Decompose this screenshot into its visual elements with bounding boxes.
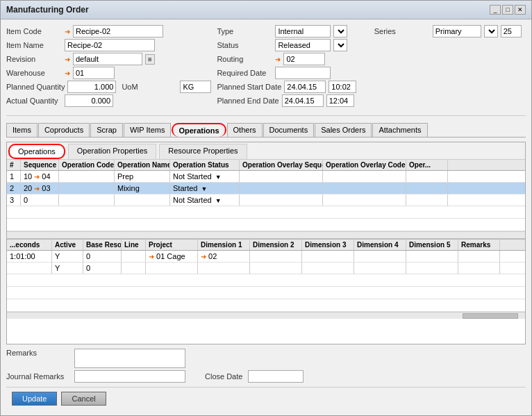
res-row-1-line: [122, 251, 146, 262]
series-num-input[interactable]: [501, 25, 522, 38]
form-col-2: Type ▼ Status ▼ Routing ➜ Required Date: [217, 25, 368, 108]
op-row-2[interactable]: 2 20 ➜ 03 Mixing Started ▼: [7, 183, 525, 194]
col-header-dim5: Dimension 5: [406, 240, 458, 250]
op-row-3[interactable]: 3 0 Not Started ▼: [7, 194, 525, 206]
planned-start-time-input[interactable]: [329, 81, 356, 93]
col-header-dim2: Dimension 2: [250, 240, 302, 250]
res-row-1-project: ➜ 01 Cage: [146, 251, 198, 262]
revision-icon[interactable]: ≡: [145, 54, 155, 65]
col-header-num: #: [7, 160, 21, 170]
required-date-label: Required Date: [217, 69, 272, 77]
tab-attachments[interactable]: Attachments: [372, 123, 427, 137]
separator-1: [6, 115, 526, 116]
tab-others[interactable]: Others: [227, 123, 263, 137]
type-input[interactable]: [275, 25, 331, 38]
outer-tabs-bar: Items Coproducts Scrap WIP Items Operati…: [6, 123, 526, 138]
res-row-2[interactable]: Y 0: [7, 263, 525, 274]
close-date-input[interactable]: [248, 370, 304, 383]
routing-row: Routing ➜: [217, 53, 368, 65]
series-row: Series ▼: [374, 25, 526, 38]
revision-input[interactable]: [73, 53, 142, 65]
op-row-1-overlay-seq: [240, 171, 323, 182]
planned-start-label: Planned Start Date: [217, 83, 281, 91]
op-row-3-code: [59, 194, 115, 206]
col-header-opstatus: Operation Status: [170, 160, 240, 170]
status-select[interactable]: ▼: [333, 39, 347, 51]
res-row-1[interactable]: 1:01:00 Y 0 ➜ 01 Cage ➜ 02: [7, 251, 525, 263]
warehouse-row: Warehouse ➜: [6, 67, 211, 79]
status-label: Status: [217, 41, 272, 49]
warehouse-arrow-icon: ➜: [65, 69, 70, 77]
res-row-2-remarks: [458, 263, 500, 274]
planned-qty-input[interactable]: [67, 81, 116, 93]
remarks-row: Remarks: [6, 349, 526, 368]
col-header-seq: Sequence: [21, 160, 59, 170]
planned-end-input[interactable]: [282, 94, 324, 107]
tab-inner-op-properties[interactable]: Operation Properties: [68, 144, 157, 159]
top-grid-scrollbar[interactable]: [7, 231, 525, 238]
tab-documents[interactable]: Documents: [263, 123, 315, 137]
actual-qty-label: Actual Quantity: [6, 97, 62, 105]
close-button[interactable]: ✕: [515, 5, 526, 15]
col-header-active: Active: [52, 240, 83, 250]
type-select[interactable]: ▼: [333, 25, 347, 38]
res-row-1-dim3: [302, 251, 354, 262]
title-bar: Manufacturing Order _ □ ✕: [1, 1, 531, 19]
routing-input[interactable]: [283, 53, 325, 65]
tab-items[interactable]: Items: [6, 123, 38, 137]
minimize-button[interactable]: _: [490, 5, 501, 15]
maximize-button[interactable]: □: [502, 5, 513, 15]
operations-grid: # Sequence Operation Code Operation Name…: [7, 160, 525, 238]
status-input[interactable]: [275, 39, 331, 51]
close-date-label: Close Date: [205, 372, 242, 381]
planned-end-time-input[interactable]: [326, 94, 354, 107]
tab-operations[interactable]: Operations: [172, 123, 226, 137]
res-row-1-dim1: ➜ 02: [198, 251, 250, 262]
res-row-2-dim1: [198, 263, 250, 274]
inner-panel: Operations Operation Properties Resource…: [6, 142, 526, 344]
op-row-2-status: Started ▼: [170, 183, 240, 194]
revision-row: Revision ➜ ≡: [6, 53, 211, 65]
remarks-textarea[interactable]: [74, 349, 185, 368]
op-row-empty-2: [7, 219, 525, 231]
item-name-label: Item Name: [6, 41, 62, 49]
op-row-1[interactable]: 1 10 ➜ 04 Prep Not Started ▼: [7, 171, 525, 183]
tab-scrap[interactable]: Scrap: [90, 123, 123, 137]
scrollbar-thumb[interactable]: [463, 313, 518, 319]
item-name-input[interactable]: [65, 39, 155, 51]
routing-label: Routing: [217, 55, 272, 63]
item-code-label: Item Code: [6, 27, 62, 35]
warehouse-input[interactable]: [73, 67, 115, 79]
item-code-input[interactable]: [73, 25, 163, 38]
series-label: Series: [374, 27, 430, 35]
col-header-project: Project: [146, 240, 198, 250]
required-date-row: Required Date: [217, 67, 368, 79]
col-header-overlay-seq: Operation Overlay Sequence: [240, 160, 323, 170]
bottom-grid-scrollbar[interactable]: [7, 312, 525, 319]
cancel-button[interactable]: Cancel: [61, 392, 106, 406]
tab-inner-operations[interactable]: Operations: [8, 144, 65, 159]
update-button[interactable]: Update: [12, 392, 57, 406]
required-date-input[interactable]: [275, 67, 331, 79]
planned-qty-label: Planned Quantity: [6, 83, 65, 91]
col-header-dim1: Dimension 1: [198, 240, 250, 250]
res-row-1-dim2: [250, 251, 302, 262]
tab-sales-orders[interactable]: Sales Orders: [315, 123, 372, 137]
op-row-empty-1: [7, 206, 525, 219]
actual-qty-input[interactable]: [65, 94, 113, 107]
op-row-2-overlay-seq: [240, 183, 323, 194]
series-input[interactable]: [433, 25, 481, 38]
res-row-1-remarks: [458, 251, 500, 262]
tab-wip-items[interactable]: WIP Items: [124, 123, 172, 137]
planned-start-input[interactable]: [284, 81, 326, 93]
tab-coproducts[interactable]: Coproducts: [38, 123, 90, 137]
op-row-3-overlay-code: [323, 194, 406, 206]
resource-grid-header: ...econds Active Base Resource Line Proj…: [7, 240, 525, 251]
series-select[interactable]: ▼: [484, 25, 498, 38]
res-row-2-project: [146, 263, 198, 274]
tab-inner-resource-properties[interactable]: Resource Properties: [159, 144, 247, 159]
op-row-3-oper: [406, 194, 448, 206]
col-header-opname: Operation Name: [115, 160, 170, 170]
uom-input[interactable]: [180, 81, 211, 93]
journal-remarks-input[interactable]: [74, 370, 185, 383]
